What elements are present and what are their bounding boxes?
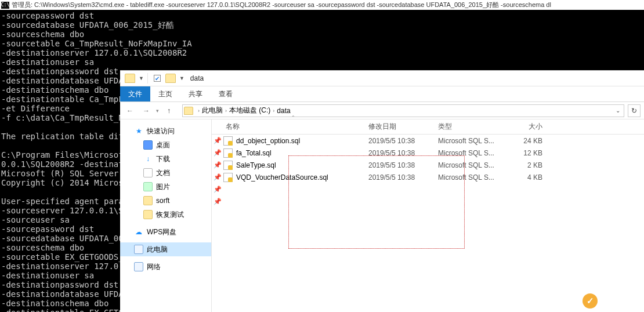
empty-row: 📌 — [212, 183, 644, 195]
column-size[interactable]: 大小 — [508, 122, 548, 132]
file-row[interactable]: 📌 dd_object_option.sql 2019/5/5 10:38 Mi… — [212, 135, 644, 147]
chevron-down-icon[interactable]: ▼ — [139, 75, 144, 81]
pictures-icon — [143, 182, 153, 191]
cmd-title-text: 管理员: C:\Windows\System32\cmd.exe - table… — [12, 1, 551, 9]
folder-icon — [184, 107, 193, 115]
chevron-right-icon[interactable]: › — [198, 108, 200, 114]
watermark-logo-icon: ✓ — [583, 293, 598, 309]
sidebar-network[interactable]: 网络 — [120, 260, 211, 274]
pin-icon[interactable]: 📌 — [212, 137, 223, 144]
sidebar-downloads[interactable]: ↓下载 — [120, 152, 211, 166]
sidebar-label: 下载 — [156, 154, 170, 164]
refresh-button[interactable]: ↻ — [628, 104, 641, 117]
column-name[interactable]: 名称 — [212, 122, 368, 132]
download-icon: ↓ — [143, 154, 153, 164]
file-name: SaleType.sql — [236, 161, 276, 169]
address-dropdown-button[interactable]: ⌄ — [613, 107, 623, 114]
nav-up-button[interactable]: ↑ — [162, 104, 175, 117]
folder-icon — [165, 74, 176, 83]
tab-view-label: 查看 — [219, 90, 233, 98]
sidebar-label: 桌面 — [156, 140, 170, 150]
sidebar-pictures[interactable]: 图片 — [120, 180, 211, 194]
navigation-pane: ★快速访问 桌面 ↓下载 文档 图片 sorft 恢复测试 ☁WPS网盘 此电脑… — [120, 119, 212, 312]
file-row[interactable]: 📌 fa_Total.sql 2019/5/5 10:38 Microsoft … — [212, 147, 644, 159]
sql-file-icon — [223, 148, 233, 158]
tab-home[interactable]: 主页 — [150, 86, 180, 101]
qat-properties-icon[interactable]: ✔ — [154, 75, 161, 82]
tab-share[interactable]: 共享 — [180, 86, 211, 101]
sort-indicator-icon: ⌃ — [290, 115, 296, 120]
file-date: 2019/5/5 10:38 — [368, 173, 438, 182]
sidebar-this-pc[interactable]: 此电脑 — [120, 242, 211, 256]
chevron-right-icon[interactable]: › — [225, 108, 227, 114]
explorer-window: ▼ ✔ ▼ data 文件 主页 共享 查看 ← → ▾ ↑ › 此电脑› 本地… — [120, 70, 644, 312]
network-icon — [134, 262, 143, 271]
pin-icon[interactable]: 📌 — [212, 173, 223, 181]
column-date[interactable]: 修改日期 — [368, 122, 438, 132]
tab-share-label: 共享 — [189, 90, 202, 98]
cloud-icon: ☁ — [134, 227, 143, 237]
file-date: 2019/5/5 10:38 — [368, 137, 438, 145]
cmd-icon: C:\ — [1, 2, 9, 9]
sidebar-label: 快速访问 — [147, 126, 175, 136]
address-bar[interactable]: › 此电脑› 本地磁盘 (C:)› data ⌄ — [182, 104, 624, 117]
window-title: data — [190, 74, 204, 82]
cmd-titlebar[interactable]: C:\ 管理员: C:\Windows\System32\cmd.exe - t… — [0, 0, 644, 10]
sql-file-icon — [223, 161, 233, 170]
folder-icon — [143, 210, 153, 219]
column-type[interactable]: 类型 — [438, 122, 508, 132]
chevron-down-icon[interactable]: ▼ — [179, 75, 184, 81]
folder-icon — [143, 196, 153, 205]
breadcrumb-drive[interactable]: 本地磁盘 (C:)› — [229, 106, 277, 115]
explorer-body: ★快速访问 桌面 ↓下载 文档 图片 sorft 恢复测试 ☁WPS网盘 此电脑… — [120, 119, 644, 312]
empty-row: 📌 — [212, 195, 644, 208]
pin-icon[interactable]: 📌 — [212, 198, 223, 205]
nav-back-button[interactable]: ← — [124, 104, 136, 117]
tab-file[interactable]: 文件 — [120, 86, 150, 101]
file-size: 4 KB — [508, 173, 548, 182]
sidebar-label: WPS网盘 — [147, 227, 176, 237]
folder-icon — [125, 74, 135, 83]
computer-icon — [134, 245, 143, 254]
sidebar-label: 图片 — [156, 182, 170, 192]
sidebar-documents[interactable]: 文档 — [120, 166, 211, 180]
file-type: Microsoft SQL S... — [438, 137, 508, 145]
file-name: fa_Total.sql — [236, 149, 272, 157]
separator — [147, 73, 148, 84]
sql-file-icon — [223, 173, 233, 182]
sidebar-label: 此电脑 — [147, 245, 168, 255]
tab-home-label: 主页 — [158, 90, 172, 98]
file-row[interactable]: 📌 SaleType.sql 2019/5/5 10:38 Microsoft … — [212, 159, 644, 171]
star-icon: ★ — [134, 126, 143, 136]
sidebar-wps[interactable]: ☁WPS网盘 — [120, 225, 211, 239]
sidebar-label: 网络 — [147, 262, 161, 272]
tab-view[interactable]: 查看 — [211, 86, 241, 101]
sidebar-label: 文档 — [156, 168, 170, 178]
pin-icon[interactable]: 📌 — [212, 161, 223, 169]
file-date: 2019/5/5 10:38 — [368, 149, 438, 157]
nav-forward-button[interactable]: → — [140, 104, 153, 117]
file-size: 24 KB — [508, 137, 548, 145]
file-row[interactable]: 📌 VQD_VoucherDataSource.sql 2019/5/5 10:… — [212, 171, 644, 183]
sidebar-sorft[interactable]: sorft — [120, 194, 211, 208]
sql-file-icon — [223, 136, 233, 146]
breadcrumb-folder[interactable]: data — [277, 107, 290, 115]
file-type: Microsoft SQL S... — [438, 161, 508, 169]
sidebar-quick-access[interactable]: ★快速访问 — [120, 124, 211, 138]
pin-icon[interactable]: 📌 — [212, 149, 223, 157]
documents-icon — [143, 168, 153, 177]
explorer-titlebar[interactable]: ▼ ✔ ▼ data — [120, 71, 644, 86]
file-type: Microsoft SQL S... — [438, 149, 508, 157]
file-size: 2 KB — [508, 161, 548, 169]
recent-locations-button[interactable]: ▾ — [156, 108, 159, 114]
tab-file-label: 文件 — [128, 90, 142, 98]
file-list: ⌃ 名称 修改日期 类型 大小 📌 dd_object_option.sql 2… — [212, 119, 644, 312]
file-name: dd_object_option.sql — [236, 137, 300, 145]
watermark: ✓ 创新互联 — [583, 293, 639, 309]
sidebar-desktop[interactable]: 桌面 — [120, 138, 211, 152]
pin-icon[interactable]: 📌 — [212, 186, 223, 193]
breadcrumb-this-pc[interactable]: 此电脑› — [202, 106, 229, 115]
chevron-right-icon[interactable]: › — [273, 108, 274, 114]
sidebar-recovery[interactable]: 恢复测试 — [120, 208, 211, 222]
desktop-icon — [143, 140, 153, 150]
